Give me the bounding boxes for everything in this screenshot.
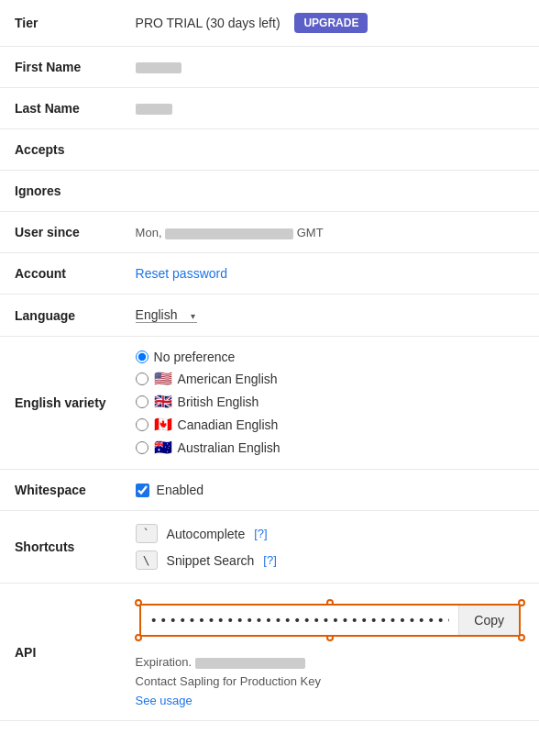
whitespace-value: Enabled bbox=[121, 470, 539, 511]
usersince-text: Mon, GMT bbox=[136, 226, 324, 239]
language-wrapper: English Spanish French German ▾ bbox=[136, 307, 197, 323]
expiration-label: Expiration. bbox=[136, 655, 192, 669]
english-variety-value: No preference 🇺🇸 American English 🇬🇧 Bri… bbox=[121, 337, 539, 470]
firstname-row: First Name bbox=[0, 47, 539, 88]
language-select[interactable]: English Spanish French German bbox=[136, 307, 197, 323]
account-row: Account Reset password bbox=[0, 253, 539, 295]
api-expiration: Expiration. bbox=[136, 655, 524, 669]
language-label: Language bbox=[0, 295, 121, 337]
shortcuts-row: Shortcuts ` Autocomplete [?] \ Snippet S… bbox=[0, 511, 539, 584]
api-key-input[interactable] bbox=[141, 606, 459, 635]
api-section: Copy Expiration. Contact Sapling for Pro… bbox=[136, 596, 524, 707]
language-row: Language English Spanish French German ▾ bbox=[0, 295, 539, 337]
accepts-label: Accepts bbox=[0, 129, 121, 171]
api-label: API bbox=[0, 584, 121, 721]
snippet-key: \ bbox=[136, 550, 158, 570]
usersince-blurred bbox=[165, 228, 293, 239]
english-variety-label: English variety bbox=[0, 337, 121, 470]
usersince-value: Mon, GMT bbox=[121, 212, 539, 253]
variety-australian-label: Australian English bbox=[178, 440, 280, 455]
ignores-value bbox=[121, 171, 539, 212]
shortcut-snippet-row: \ Snippet Search [?] bbox=[136, 550, 524, 570]
account-label: Account bbox=[0, 253, 121, 295]
firstname-blurred bbox=[136, 62, 182, 73]
variety-canadian-label: Canadian English bbox=[178, 417, 279, 432]
variety-no-preference-label: No preference bbox=[154, 350, 236, 364]
english-variety-row: English variety No preference 🇺🇸 America… bbox=[0, 337, 539, 470]
american-flag-icon: 🇺🇸 bbox=[154, 370, 172, 387]
autocomplete-key: ` bbox=[136, 524, 158, 543]
snippet-label: Snippet Search bbox=[167, 553, 255, 568]
api-key-wrapper: Copy bbox=[139, 604, 521, 637]
whitespace-row: Whitespace Enabled bbox=[0, 470, 539, 511]
usersince-row: User since Mon, GMT bbox=[0, 212, 539, 253]
variety-australian-radio[interactable] bbox=[136, 441, 148, 454]
copy-button[interactable]: Copy bbox=[458, 606, 519, 635]
expiration-blurred bbox=[195, 658, 305, 669]
firstname-value bbox=[121, 47, 539, 88]
shortcuts-value: ` Autocomplete [?] \ Snippet Search [?] bbox=[121, 511, 539, 584]
api-contact-text: Contact Sapling for Production Key bbox=[136, 674, 524, 688]
tier-label: Tier bbox=[0, 0, 121, 47]
tier-row: Tier PRO TRIAL (30 days left) UPGRADE bbox=[0, 0, 539, 47]
variety-no-preference[interactable]: No preference bbox=[136, 350, 524, 364]
lastname-row: Last Name bbox=[0, 88, 539, 129]
variety-australian[interactable]: 🇦🇺 Australian English bbox=[136, 439, 524, 456]
ignores-row: Ignores bbox=[0, 171, 539, 212]
variety-british-radio[interactable] bbox=[136, 395, 148, 408]
whitespace-checkbox-row: Enabled bbox=[136, 483, 524, 497]
autocomplete-label: Autocomplete bbox=[167, 527, 246, 541]
upgrade-badge[interactable]: UPGRADE bbox=[294, 13, 368, 33]
firstname-label: First Name bbox=[0, 47, 121, 88]
variety-american[interactable]: 🇺🇸 American English bbox=[136, 370, 524, 387]
tier-text: PRO TRIAL (30 days left) bbox=[136, 16, 280, 30]
english-variety-group: No preference 🇺🇸 American English 🇬🇧 Bri… bbox=[136, 350, 524, 456]
shortcuts-label: Shortcuts bbox=[0, 511, 121, 584]
whitespace-label: Whitespace bbox=[0, 470, 121, 511]
snippet-help-link[interactable]: [?] bbox=[263, 553, 276, 567]
british-flag-icon: 🇬🇧 bbox=[154, 393, 172, 410]
variety-british[interactable]: 🇬🇧 British English bbox=[136, 393, 524, 410]
variety-american-label: American English bbox=[178, 372, 278, 386]
variety-no-preference-radio[interactable] bbox=[136, 350, 148, 363]
ignores-label: Ignores bbox=[0, 171, 121, 212]
whitespace-enabled-label: Enabled bbox=[157, 483, 204, 497]
autocomplete-help-link[interactable]: [?] bbox=[254, 527, 267, 540]
variety-canadian-radio[interactable] bbox=[136, 418, 148, 431]
api-row: API Copy Expiration. bbox=[0, 584, 539, 721]
variety-canadian[interactable]: 🇨🇦 Canadian English bbox=[136, 416, 524, 433]
lastname-value bbox=[121, 88, 539, 129]
reset-password-link[interactable]: Reset password bbox=[136, 266, 227, 281]
variety-british-label: British English bbox=[178, 395, 259, 409]
api-value: Copy Expiration. Contact Sapling for Pro… bbox=[121, 584, 539, 721]
lastname-blurred bbox=[136, 104, 172, 115]
settings-table: Tier PRO TRIAL (30 days left) UPGRADE Fi… bbox=[0, 0, 539, 721]
australian-flag-icon: 🇦🇺 bbox=[154, 439, 172, 456]
canadian-flag-icon: 🇨🇦 bbox=[154, 416, 172, 433]
language-value: English Spanish French German ▾ bbox=[121, 295, 539, 337]
whitespace-checkbox[interactable] bbox=[136, 484, 149, 497]
variety-american-radio[interactable] bbox=[136, 372, 148, 385]
lastname-label: Last Name bbox=[0, 88, 121, 129]
api-key-container: Copy bbox=[139, 604, 521, 637]
accepts-row: Accepts bbox=[0, 129, 539, 171]
account-value: Reset password bbox=[121, 253, 539, 295]
shortcuts-section: ` Autocomplete [?] \ Snippet Search [?] bbox=[136, 524, 524, 570]
usersince-label: User since bbox=[0, 212, 121, 253]
accepts-value bbox=[121, 129, 539, 171]
shortcut-autocomplete-row: ` Autocomplete [?] bbox=[136, 524, 524, 543]
tier-value: PRO TRIAL (30 days left) UPGRADE bbox=[121, 0, 539, 47]
api-usage-link[interactable]: See usage bbox=[136, 694, 524, 707]
